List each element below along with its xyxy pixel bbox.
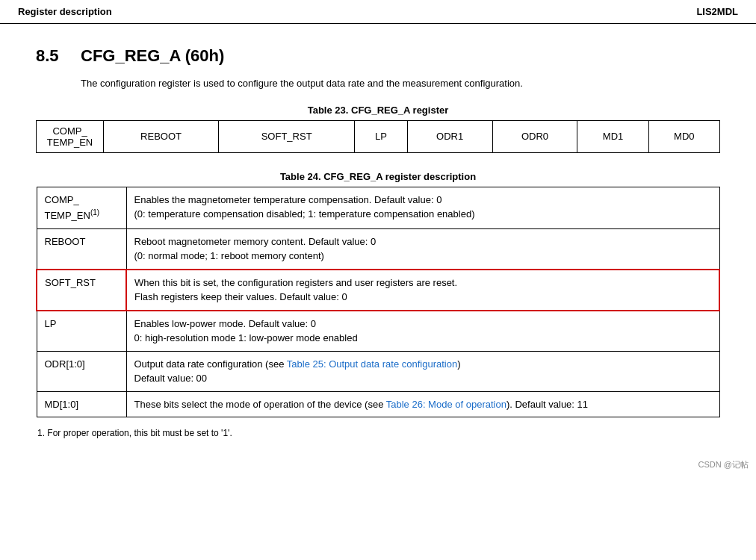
table-row: SOFT_RSTWhen this bit is set, the config… (37, 270, 719, 311)
table24-title: Table 24. CFG_REG_A register description (36, 171, 720, 182)
field-description-cell: Reboot magnetometer memory content. Defa… (126, 228, 719, 270)
field-name-cell: COMP_ TEMP_EN(1) (37, 187, 126, 228)
register-table-23: COMP_ TEMP_ENREBOOTSOFT_RSTLPODR1ODR0MD1… (36, 120, 720, 153)
field-name-cell: LP (37, 311, 126, 352)
table-row: COMP_ TEMP_EN(1)Enables the magnetometer… (37, 187, 719, 228)
reg-cell-3: LP (355, 120, 408, 152)
page-header: Register description LIS2MDL (0, 0, 756, 24)
field-description-cell: Enables the magnetometer temperature com… (126, 187, 719, 228)
section-description: The configuration register is used to co… (81, 76, 720, 91)
field-description-cell: Output data rate configuration (see Tabl… (126, 351, 719, 391)
reg-cell-5: ODR0 (492, 120, 577, 152)
section-name: CFG_REG_A (60h) (81, 46, 224, 66)
field-name-cell: MD[1:0] (37, 391, 126, 417)
field-description-cell: Enables low-power mode. Default value: 0… (126, 311, 719, 352)
watermark: CSDN @记帖 (0, 459, 756, 470)
field-description-cell: When this bit is set, the configuration … (126, 270, 719, 311)
header-left: Register description (18, 6, 112, 17)
field-name-cell: REBOOT (37, 228, 126, 270)
register-description-table-24: COMP_ TEMP_EN(1)Enables the magnetometer… (36, 187, 720, 418)
table-row: REBOOTReboot magnetometer memory content… (37, 228, 719, 270)
field-description-cell: These bits select the mode of operation … (126, 391, 719, 417)
reg-cell-1: REBOOT (104, 120, 219, 152)
table-row: MD[1:0]These bits select the mode of ope… (37, 391, 719, 417)
main-content: 8.5 CFG_REG_A (60h) The configuration re… (0, 24, 756, 453)
table-link[interactable]: Table 25: Output data rate configuration (287, 358, 457, 370)
reg-cell-4: ODR1 (407, 120, 492, 152)
table-link[interactable]: Table 26: Mode of operation (386, 399, 506, 410)
table-row: ODR[1:0]Output data rate configuration (… (37, 351, 719, 391)
table23-title: Table 23. CFG_REG_A register (36, 105, 720, 116)
section-number: 8.5 (36, 46, 66, 66)
reg-cell-6: MD1 (577, 120, 648, 152)
register-row: COMP_ TEMP_ENREBOOTSOFT_RSTLPODR1ODR0MD1… (37, 120, 720, 152)
table-row: LPEnables low-power mode. Default value:… (37, 311, 719, 352)
section-title: 8.5 CFG_REG_A (60h) (36, 46, 720, 66)
reg-cell-7: MD0 (648, 120, 719, 152)
field-name-cell: SOFT_RST (37, 270, 126, 311)
reg-cell-2: SOFT_RST (219, 120, 355, 152)
reg-cell-0: COMP_ TEMP_EN (37, 120, 104, 152)
header-right: LIS2MDL (696, 6, 738, 17)
footnote: 1. For proper operation, this bit must b… (37, 428, 720, 438)
field-name-cell: ODR[1:0] (37, 351, 126, 391)
